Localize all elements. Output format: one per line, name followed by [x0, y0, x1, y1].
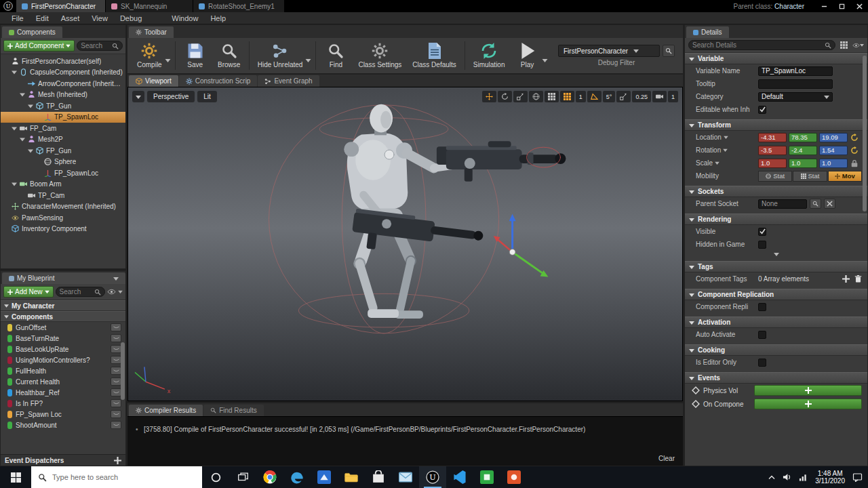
- transform-gizmo[interactable]: [494, 214, 549, 277]
- component-tree-item-charactermovement-inherited[interactable]: CharacterMovement (Inherited): [1, 201, 125, 213]
- location-x-field[interactable]: -4.31: [758, 133, 787, 142]
- caret-down-icon[interactable]: [118, 290, 123, 293]
- asset-tab-rotateshoot-enemy1[interactable]: RotateShoot_Enemy1: [193, 0, 284, 12]
- property-matrix-icon[interactable]: [838, 40, 850, 50]
- expander-icon[interactable]: [12, 70, 17, 75]
- section-header-transform[interactable]: Transform: [685, 119, 867, 131]
- add-event-button-physics-vol[interactable]: [754, 385, 862, 396]
- menu-item-edit[interactable]: Edit: [30, 14, 55, 22]
- minimize-button[interactable]: [815, 0, 833, 12]
- add-event-button-on-compone[interactable]: [754, 399, 862, 409]
- details-search[interactable]: [688, 40, 835, 50]
- section-header-tags[interactable]: Tags: [685, 261, 867, 272]
- component-tree-item-boom-arm[interactable]: Boom Arm: [1, 179, 125, 190]
- tab-construction-scrip[interactable]: Construction Scrip: [179, 75, 258, 87]
- clear-button[interactable]: Clear: [658, 455, 675, 462]
- is-editor-only-checkbox[interactable]: [758, 359, 766, 367]
- blueprint-variable-healthbar-ref[interactable]: Healthbar_Ref: [1, 387, 125, 398]
- reset-location-icon[interactable]: [850, 134, 859, 142]
- toolbar-button-play[interactable]: Play: [511, 41, 545, 70]
- scale-y-field[interactable]: 1.0: [789, 159, 817, 168]
- debug-object-dropdown[interactable]: FirstPersonCharacter: [558, 45, 660, 57]
- expander-icon[interactable]: [28, 148, 33, 153]
- fp-gun-mesh[interactable]: [350, 209, 484, 262]
- socket-clear-button[interactable]: [824, 199, 835, 209]
- snap-grid-button[interactable]: [560, 91, 574, 102]
- snap-surface-button[interactable]: [545, 91, 559, 102]
- mobility-stationary-button[interactable]: Stat: [793, 171, 827, 182]
- move-button[interactable]: [482, 91, 496, 102]
- component-tree-item-sphere[interactable]: Sphere: [1, 157, 125, 168]
- scale-x-field[interactable]: 1.0: [758, 159, 787, 168]
- blueprint-variable-shootamount[interactable]: ShootAmount: [1, 420, 125, 430]
- network-icon[interactable]: [799, 473, 808, 481]
- blueprint-variable-fullhealth[interactable]: FullHealth: [1, 365, 125, 376]
- volume-icon[interactable]: [783, 473, 791, 481]
- parent-socket-field[interactable]: None: [758, 199, 807, 209]
- action-center-icon[interactable]: [852, 473, 863, 482]
- viewport[interactable]: x Perspective Lit 15°0.251: [127, 87, 683, 401]
- reset-rotation-icon[interactable]: [850, 146, 859, 155]
- expander-icon[interactable]: [12, 182, 17, 186]
- taskbar-search[interactable]: [31, 466, 202, 488]
- asset-tab-firstpersoncharacter[interactable]: FirstPersonCharacter: [16, 0, 105, 12]
- component-tree-item-tp-gun[interactable]: TP_Gun: [1, 100, 125, 112]
- components-search[interactable]: [77, 41, 123, 51]
- lit-mode-button[interactable]: Lit: [197, 91, 217, 102]
- expander-icon[interactable]: [12, 126, 17, 131]
- taskbar-app-app-orange[interactable]: [500, 466, 528, 488]
- caret-down-icon[interactable]: [113, 277, 119, 281]
- mobility-movable-button[interactable]: Mov: [828, 171, 862, 182]
- toolbar-button-browse[interactable]: Browse: [212, 41, 246, 70]
- section-header-cooking[interactable]: Cooking: [685, 344, 867, 356]
- cortana-button[interactable]: [202, 466, 229, 488]
- mannequin-character[interactable]: [344, 104, 566, 319]
- component-tree-item-tp-cam[interactable]: TP_Cam: [1, 190, 125, 201]
- tab-compiler-results[interactable]: Compiler Results: [129, 405, 203, 416]
- toolbar-button-compile[interactable]: Compile: [132, 41, 167, 70]
- location-z-field[interactable]: 19.09: [819, 133, 848, 142]
- category-dropdown[interactable]: Default: [758, 92, 833, 102]
- blueprint-variable-usingmotioncontrollers[interactable]: UsingMotionControllers?: [1, 354, 125, 365]
- variable-visibility-toggle[interactable]: [111, 421, 121, 429]
- mobility-static-button[interactable]: Stat: [758, 171, 792, 182]
- display-filter-eye-icon[interactable]: [852, 40, 864, 50]
- expander-icon[interactable]: [28, 104, 33, 108]
- viewport-3d-scene[interactable]: x: [128, 87, 682, 401]
- section-my-character[interactable]: My Character: [1, 300, 125, 311]
- taskbar-app-chrome[interactable]: [256, 466, 283, 488]
- variable-visibility-toggle[interactable]: [111, 334, 121, 342]
- taskbar-app-app-green[interactable]: [473, 466, 500, 488]
- expander-icon[interactable]: [20, 92, 25, 97]
- menu-item-view[interactable]: View: [85, 14, 114, 22]
- taskbar-app-store[interactable]: [365, 466, 392, 488]
- section-header-activation[interactable]: Activation: [685, 317, 867, 328]
- section-header-sockets[interactable]: Sockets: [685, 186, 867, 197]
- blueprint-variable-fp-spawn-loc[interactable]: FP_Spawn Loc: [1, 409, 125, 420]
- rotation-x-field[interactable]: -3.5: [758, 146, 787, 155]
- taskbar-app-vscode[interactable]: [446, 466, 473, 488]
- snap-scale-button[interactable]: [616, 91, 631, 102]
- rotate-button[interactable]: [498, 91, 512, 102]
- auto-activate-checkbox[interactable]: [758, 331, 766, 339]
- variable-visibility-toggle[interactable]: [111, 323, 121, 331]
- visible-checkbox[interactable]: [758, 228, 766, 236]
- toolbar-button-find[interactable]: Find: [319, 41, 353, 70]
- taskbar-search-input[interactable]: [52, 473, 195, 481]
- add-tag-icon[interactable]: [842, 275, 850, 283]
- taskbar-clock[interactable]: 1:48 AM 3/11/2020: [815, 470, 845, 485]
- section-components[interactable]: Components: [1, 311, 125, 322]
- component-tree-item-capsulecomponent-inherited[interactable]: CapsuleComponent (Inherited): [1, 67, 125, 79]
- toolbar-button-class-defaults[interactable]: Class Defaults: [407, 41, 461, 70]
- globe-button[interactable]: [529, 91, 543, 102]
- close-button[interactable]: [850, 0, 868, 12]
- toolbar-button-save[interactable]: Save: [178, 41, 212, 70]
- asset-tab-sk-mannequin[interactable]: SK_Mannequin: [106, 0, 193, 12]
- my-blueprint-panel-tab[interactable]: My Blueprint: [2, 272, 125, 284]
- debug-search-button[interactable]: [663, 45, 675, 57]
- editable-when-inherited-checkbox[interactable]: [758, 106, 766, 114]
- tab-viewport[interactable]: Viewport: [129, 75, 178, 87]
- menu-item-window[interactable]: Window: [165, 14, 204, 22]
- scale-z-field[interactable]: 1.0: [819, 159, 848, 168]
- blueprint-variable-current-health[interactable]: Current Health: [1, 376, 125, 387]
